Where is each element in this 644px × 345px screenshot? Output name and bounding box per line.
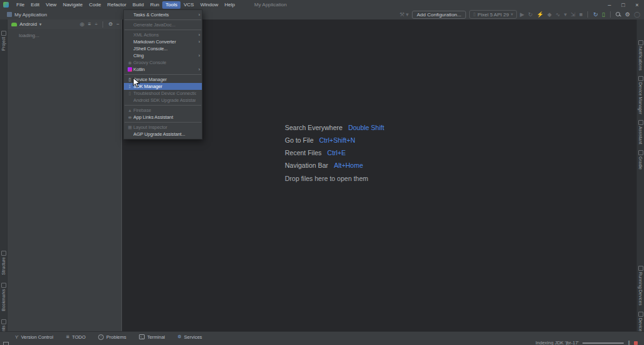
menu-separator	[125, 74, 201, 75]
pause-icon[interactable]: ∥	[628, 340, 630, 345]
statusbar-button-todo[interactable]: ≣ TODO	[60, 334, 92, 340]
tool-window-layout-icon[interactable]	[3, 342, 9, 345]
menu-tools[interactable]: Tools	[162, 1, 180, 9]
build-caret-icon[interactable]: ▾	[406, 11, 409, 18]
minimize-button[interactable]: –	[602, 2, 616, 8]
profiler-icon[interactable]: ∿	[555, 11, 560, 18]
submenu-arrow-icon: ›	[196, 12, 200, 18]
menu-build[interactable]: Build	[130, 1, 147, 9]
toolbar-separator	[587, 11, 588, 18]
tool-stripe-device-manager[interactable]: Device Manager	[638, 76, 643, 114]
menu-item-agp-upgrade-assistant[interactable]: AGP Upgrade Assistant... ›	[124, 131, 202, 138]
project-panel-header: Android ▾ ◎≡÷⚙−	[8, 19, 121, 29]
expand-all-icon[interactable]: ≡	[88, 21, 91, 27]
menu-item-groovy-console[interactable]: ◉ Groovy Console ›	[124, 59, 202, 66]
menu-edit[interactable]: Edit	[28, 1, 43, 9]
menu-window[interactable]: Window	[197, 1, 221, 9]
device-manager-icon[interactable]: ▯	[602, 11, 605, 18]
tool-stripe-assistant[interactable]: Assistant	[638, 120, 643, 144]
menu-separator	[125, 122, 201, 123]
tool-window-icon	[638, 150, 643, 155]
menu-code[interactable]: Code	[86, 1, 104, 9]
tool-window-icon	[638, 76, 643, 81]
tool-stripe-gradle[interactable]: Gradle	[638, 150, 643, 170]
menu-vcs[interactable]: VCS	[180, 1, 197, 9]
drop-files-hint: Drop files here to open them	[285, 175, 384, 182]
menu-navigate[interactable]: Navigate	[60, 1, 86, 9]
menu-item-android-sdk-upgrade-assistant[interactable]: Android SDK Upgrade Assistant ›	[124, 97, 202, 104]
chevron-down-icon: ▾	[511, 11, 513, 18]
window-title: My Application	[254, 2, 287, 8]
locate-file-icon[interactable]: ◎	[80, 21, 84, 27]
attach-debugger-icon[interactable]: ⇲	[570, 11, 575, 18]
titlebar: FileEditViewNavigateCodeRefactorBuildRun…	[0, 0, 644, 9]
profiler-caret-icon[interactable]: ▾	[564, 11, 567, 18]
settings-icon[interactable]: ⚙	[625, 11, 630, 18]
add-configuration-button[interactable]: Add Configuration...	[412, 11, 467, 19]
avatar-icon[interactable]: ◯	[634, 11, 640, 18]
indexing-progress: Indexing JDK 'jbr-17' ∥	[536, 340, 638, 345]
panel-settings-icon[interactable]: ⚙	[108, 21, 113, 27]
stop-icon[interactable]: ■	[579, 11, 582, 18]
statusbar-button-services[interactable]: ⚙ Services	[171, 334, 208, 340]
tool-stripe-running-devices[interactable]: Running Devices	[638, 266, 643, 305]
submenu-arrow-icon: ›	[196, 32, 200, 38]
statusbar-button-terminal[interactable]: >_ Terminal	[133, 334, 171, 340]
menu-view[interactable]: View	[43, 1, 60, 9]
menu-item-firebase[interactable]: ▲ Firebase ›	[124, 107, 202, 114]
item-navigation-bar: Navigation Bar Alt+Home	[285, 162, 384, 169]
menu-item-cling[interactable]: Cling ›	[124, 52, 202, 59]
project-view-selector[interactable]: Android	[19, 21, 37, 27]
menu-help[interactable]: Help	[221, 1, 238, 9]
run-icon[interactable]: ▶	[520, 11, 525, 18]
statusbar-button-problems[interactable]: ! Problems	[92, 334, 133, 340]
android-icon	[11, 23, 17, 26]
empty-state-shortcuts: Search Everywhere Double Shift Go to Fil…	[285, 124, 384, 182]
menu-item-tasks-contexts[interactable]: Tasks & Contexts ›	[124, 11, 202, 18]
sync-project-gradle-icon[interactable]: ↻	[593, 11, 598, 18]
phone-icon: ▯	[473, 11, 475, 18]
android-studio-logo-icon	[3, 2, 9, 8]
menu-file[interactable]: File	[13, 1, 28, 9]
menu-refactor[interactable]: Refactor	[104, 1, 130, 9]
menu-item-markdown-converter[interactable]: Markdown Converter ›	[124, 38, 202, 45]
search-everywhere-icon[interactable]	[616, 12, 621, 18]
project-module-icon	[7, 12, 12, 17]
hide-panel-icon[interactable]: −	[116, 21, 119, 27]
tool-stripe-notifications[interactable]: Notifications	[638, 40, 643, 70]
submenu-arrow-icon: ›	[196, 67, 200, 72]
statusbar-button-version-control[interactable]: ϒ Version Control	[9, 334, 60, 340]
menu-item-app-links-assistant[interactable]: ∞ App Links Assistant ›	[124, 114, 202, 121]
rerun-icon[interactable]: ↻	[528, 11, 533, 18]
collapse-all-icon[interactable]: ÷	[95, 21, 97, 27]
menu-item-xml-actions[interactable]: XML Actions ›	[124, 31, 202, 38]
menu-item-layout-inspector[interactable]: ▦ Layout Inspector ›	[124, 124, 202, 131]
navigation-breadcrumb[interactable]: My Application	[0, 12, 47, 18]
run-toolbar: ⚒ ▾ Add Configuration... ▯ Pixel 5 API 2…	[399, 10, 644, 19]
stop-icon[interactable]	[634, 341, 638, 345]
tool-stripe-bookmarks[interactable]: Bookmarks	[1, 283, 6, 311]
chevron-down-icon[interactable]: ▾	[40, 22, 42, 27]
menu-item-generate-javadoc[interactable]: Generate JavaDoc... ›	[124, 21, 202, 28]
build-hammer-icon[interactable]: ⚒	[399, 11, 404, 18]
apply-changes-icon[interactable]: ⚡	[536, 11, 543, 18]
menu-run[interactable]: Run	[147, 1, 163, 9]
debug-icon[interactable]: ◆	[547, 11, 552, 18]
item-recent-files: Recent Files Ctrl+E	[285, 149, 384, 156]
tool-stripe-project[interactable]: Project	[1, 31, 6, 51]
menu-item-troubleshoot-device-connections[interactable]: ▯ Troubleshoot Device Connections ›	[124, 90, 202, 97]
mouse-cursor	[133, 77, 140, 88]
window-controls: –□×	[602, 2, 644, 8]
indexing-label: Indexing JDK 'jbr-17'	[536, 340, 579, 345]
menu-item-jshell-console[interactable]: JShell Console... ›	[124, 45, 202, 52]
tool-window-icon	[638, 266, 643, 271]
tool-stripe-structure[interactable]: Structure	[1, 251, 6, 275]
maximize-button[interactable]: □	[616, 2, 630, 8]
menu-item-kotlin[interactable]: Kotlin ›	[124, 66, 202, 73]
breadcrumb-label: My Application	[14, 12, 47, 18]
tool-window-icon	[1, 251, 6, 256]
close-button[interactable]: ×	[630, 2, 644, 8]
device-selector[interactable]: ▯ Pixel 5 API 29 ▾	[469, 10, 516, 19]
menubar: FileEditViewNavigateCodeRefactorBuildRun…	[13, 1, 238, 9]
project-tree: loading...	[8, 29, 121, 38]
